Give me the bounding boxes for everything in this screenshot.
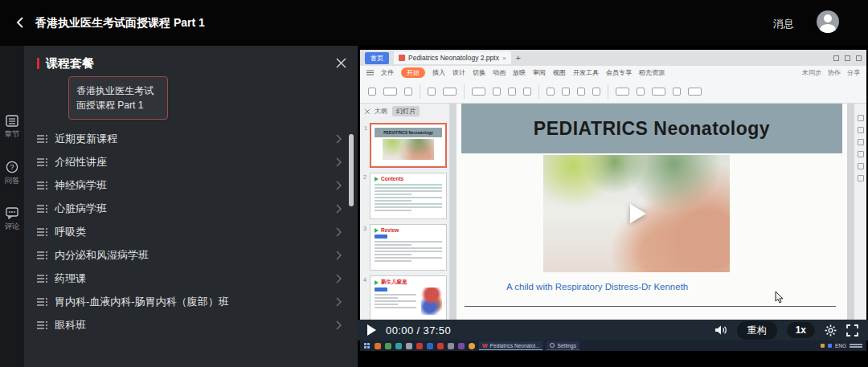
- top-bar: 香港执业医生考试面授课程 Part 1 消息: [0, 0, 868, 46]
- side-tool-icon: [858, 163, 864, 169]
- quality-button[interactable]: 重构: [737, 321, 777, 340]
- wps-menu-bar: 文件 开始 插入 设计 切换 动画 放映 审阅 视图 开发工具 会员专享 稻壳资…: [360, 66, 866, 80]
- active-course-card[interactable]: 香港执业医生考试面授课程 Part 1: [68, 76, 168, 120]
- back-icon[interactable]: [13, 14, 29, 31]
- toolbar-icon: [673, 88, 681, 96]
- slide-caption: A child with Respiratory Distress-Dr Ken…: [506, 282, 688, 292]
- slide-thumbnail-panel: 大纲 幻灯片 1 PEDIATRICS Neonatology 2 Conten…: [360, 104, 450, 340]
- language-indicator: ENG: [835, 343, 846, 349]
- menu-devtools: 开发工具: [573, 68, 599, 77]
- list-item-pharmacology[interactable]: 药理课: [24, 267, 358, 290]
- wps-toolbar: [360, 80, 866, 104]
- list-item-endocrine[interactable]: 内分泌和风湿病学班: [24, 243, 358, 267]
- thumb-link-pill: [375, 287, 387, 292]
- video-player[interactable]: 首页 Pediatrics Neonatology 2.pptx × + 文件 …: [358, 46, 868, 367]
- toolbar-icon: [577, 88, 585, 96]
- menu-file: 文件: [381, 68, 394, 77]
- windows-start-icon: [364, 343, 371, 349]
- slide-editor-area: PEDIATRICS Neonatology A child with Resp…: [450, 104, 854, 340]
- list-item-ophthalmology[interactable]: 眼科班: [24, 313, 358, 336]
- toolbar-icon: [637, 88, 645, 96]
- thumb-number: 3: [363, 226, 366, 231]
- list-item-respiratory[interactable]: 呼吸类: [24, 220, 358, 243]
- chevron-right-icon: [335, 227, 342, 237]
- taskbar-item-settings: Settings: [547, 341, 579, 350]
- volume-icon[interactable]: [714, 324, 727, 336]
- accent-bar: [37, 58, 39, 69]
- side-tool-icon: [858, 139, 864, 145]
- avatar-body-icon: [820, 24, 836, 33]
- slide-thumb-3: 3 Review: [370, 224, 447, 271]
- sidebar-item-qa[interactable]: ? 问答: [5, 161, 20, 186]
- toolbar-icon: [592, 88, 600, 96]
- wps-body: 大纲 幻灯片 1 PEDIATRICS Neonatology 2 Conten…: [360, 104, 866, 340]
- chevron-right-icon: [335, 274, 342, 283]
- svg-text:?: ?: [10, 163, 14, 171]
- avatar-head-icon: [824, 14, 832, 22]
- list-item-cardiology[interactable]: 心脏病学班: [24, 197, 358, 220]
- slide-thumb-4: 4 新生儿窒息: [370, 275, 447, 322]
- messages-link[interactable]: 消息: [773, 17, 794, 31]
- wps-tab-bar: 首页 Pediatrics Neonatology 2.pptx × +: [360, 50, 866, 66]
- close-icon[interactable]: [335, 57, 348, 70]
- wps-document-tab: Pediatrics Neonatology 2.pptx ×: [394, 51, 511, 64]
- tab-close-icon: ×: [502, 55, 506, 62]
- toolbar-icon: [616, 88, 629, 96]
- video-frame-recorded-screen: 首页 Pediatrics Neonatology 2.pptx × + 文件 …: [360, 50, 866, 340]
- list-lines-icon: [37, 181, 48, 190]
- side-rail: 章节 ? 问答 评论: [0, 46, 24, 367]
- page-title: 香港执业医生考试面授课程 Part 1: [35, 16, 205, 31]
- embedded-video-thumbnail: [543, 155, 730, 272]
- system-tray: ENG: [821, 343, 862, 349]
- menu-member: 会员专享: [606, 68, 632, 77]
- panel-title: 课程套餐: [46, 56, 94, 71]
- course-package-panel: 课程套餐 香港执业医生考试面授课程 Part 1 近期更新课程 介绍性讲座 神经…: [24, 46, 358, 367]
- slide-footer-line: [465, 306, 836, 307]
- chevron-right-icon: [335, 204, 342, 214]
- slide-title-band: PEDIATRICS Neonatology: [461, 104, 842, 153]
- thumb-title: 新生儿窒息: [381, 279, 407, 286]
- taskbar-app-icon: [406, 343, 412, 349]
- list-item-recent[interactable]: 近期更新课程: [24, 127, 358, 150]
- rail-label-comments: 评论: [5, 222, 20, 232]
- menu-design: 设计: [452, 68, 465, 77]
- play-button[interactable]: [367, 324, 376, 336]
- course-category-list: 近期更新课程 介绍性讲座 神经病学班 心脏病学班 呼吸类: [24, 127, 358, 336]
- taskbar-app-icon: [427, 343, 433, 349]
- speed-button[interactable]: 1x: [787, 322, 815, 338]
- play-marker-icon: [375, 280, 379, 285]
- thumb-anatomy-diagram: [421, 287, 442, 315]
- collab-label: 协作: [828, 68, 841, 77]
- chevron-right-icon: [335, 320, 342, 330]
- window-controls: [833, 55, 862, 61]
- chevron-right-icon: [335, 251, 342, 260]
- list-item-neurology[interactable]: 神经病学班: [24, 173, 358, 197]
- slide-thumb-2: 2 Contents: [370, 173, 447, 219]
- sidebar-item-comments[interactable]: 评论: [5, 207, 20, 232]
- panel-scrollbar[interactable]: [349, 134, 354, 206]
- toolbar-icon: [368, 88, 376, 96]
- settings-gear-icon[interactable]: [825, 324, 837, 336]
- list-item-label: 近期更新课程: [55, 132, 117, 146]
- list-lines-icon: [37, 251, 48, 260]
- list-item-intro[interactable]: 介绍性讲座: [24, 150, 358, 173]
- clock-area: [850, 343, 862, 349]
- taskbar-item-label: Settings: [557, 343, 576, 349]
- list-item-label: 内分泌和风湿病学班: [55, 248, 149, 263]
- avatar[interactable]: [817, 10, 839, 33]
- list-item-gastro[interactable]: 胃内科-血液内科-肠胃内科（腹部）班: [24, 290, 358, 313]
- toolbar-icon: [443, 88, 457, 96]
- fullscreen-icon[interactable]: [846, 324, 858, 336]
- sidebar-item-chapters[interactable]: 章节: [5, 115, 20, 140]
- list-lines-icon: [37, 157, 48, 167]
- menu-docer: 稻壳资源: [639, 68, 665, 77]
- player-controls: 00:00 / 37:50 重构 1x: [358, 320, 868, 340]
- slide-thumb-1: 1 PEDIATRICS Neonatology: [370, 123, 447, 168]
- chevron-right-icon: [335, 297, 342, 307]
- menu-insert: 插入: [432, 68, 445, 77]
- thumb-title: Contents: [381, 176, 403, 181]
- list-lines-icon: [37, 274, 48, 283]
- thumb-title: Review: [381, 227, 399, 233]
- thumbnail-tabs: 大纲 幻灯片: [360, 104, 449, 118]
- thumb-title: PEDIATRICS Neonatology: [383, 130, 433, 135]
